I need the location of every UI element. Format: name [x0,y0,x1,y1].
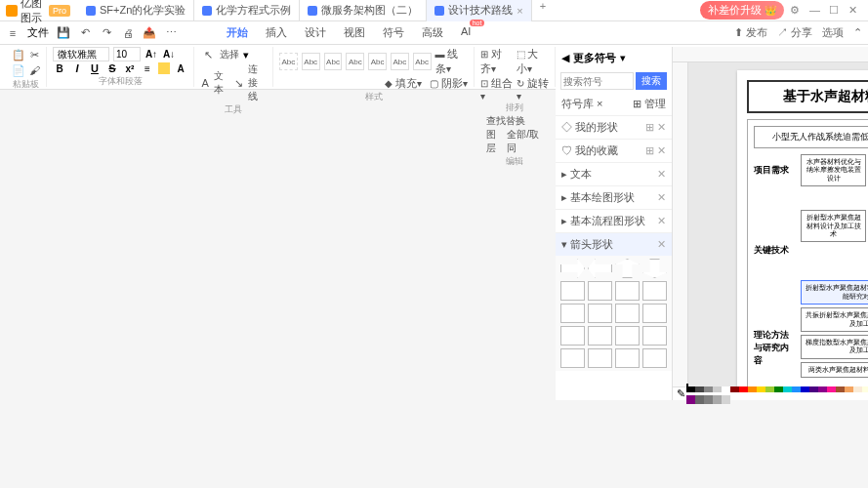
select-all-button[interactable]: 全部/取同 [507,128,543,155]
tab-2[interactable]: 微服务架构图（二） [300,0,427,21]
arrow-shape[interactable] [615,326,640,346]
upgrade-button[interactable]: 补差价升级 👑 [700,1,784,20]
eyedropper-icon[interactable]: ✎ [677,387,685,400]
style-preset-2[interactable]: Abc [324,53,343,70]
arrow-shape[interactable] [642,304,667,323]
arrow-shape[interactable] [560,281,585,301]
symbol-search-button[interactable]: 搜索 [636,72,667,90]
style-preset-4[interactable]: Abc [368,53,387,70]
arrow-shape[interactable] [588,326,612,346]
color-swatch[interactable] [713,395,722,404]
paste-icon[interactable]: 📋 [12,47,25,62]
color-swatch[interactable] [695,395,704,404]
arrow-shape[interactable] [642,326,667,346]
symbol-search-input[interactable] [560,72,634,90]
menu-insert[interactable]: 插入 [266,25,287,40]
strike-button[interactable]: S [105,61,119,75]
diagram-page[interactable]: 基于水声超材料的纳米摩擦发电水听器设计 小型无人作战系统迫需低频、轻量化、低功耗… [737,70,868,386]
down-arrow-icon[interactable]: ⬇ [754,384,868,386]
menu-icon[interactable]: ≡ [6,26,20,40]
arrow-shape[interactable] [642,281,667,301]
arrow-shape[interactable] [615,348,640,368]
undo-icon[interactable]: ↶ [78,26,92,40]
file-menu[interactable]: 文件 [27,25,49,40]
size-menu[interactable]: ⬚ 大小▾ [517,47,549,76]
col1-head[interactable]: 折射型水声聚焦超材料结构设计及性能研究对比 [801,280,868,305]
style-preset-3[interactable]: Abc [346,53,364,70]
color-swatch[interactable] [686,395,695,404]
style-preset-1[interactable]: Abc [302,53,320,70]
more-icon[interactable]: ⋯ [164,26,178,40]
down-arrow-icon[interactable]: ⬇ [754,192,868,208]
close-icon[interactable]: ✕ [848,4,862,18]
arrow-shape[interactable] [588,348,612,368]
tab-0[interactable]: SF+Zn的化学实验 [78,0,194,21]
font-family-select[interactable] [53,47,109,61]
arrow-shape[interactable] [560,304,585,323]
manage-button[interactable]: ⊞ 管理 [633,97,666,111]
style-preset-5[interactable]: Abc [391,53,409,70]
cat-flowchart[interactable]: ▸ 基本流程图形状 [561,214,645,228]
arrow-shape[interactable] [588,281,612,301]
menu-symbol[interactable]: 符号 [383,25,404,40]
group-menu[interactable]: ⊡ 组合▾ [480,76,513,102]
select-tool-icon[interactable]: ↖ [200,47,216,62]
label-req[interactable]: 项目需求 [754,164,797,177]
cat-basic-draw[interactable]: ▸ 基本绘图形状 [561,190,635,205]
cat-myshapes[interactable]: ◇ 我的形状 [561,120,618,135]
highlight-icon[interactable] [158,62,170,74]
menu-advanced[interactable]: 高级 [422,25,443,40]
font-size-select[interactable] [113,47,141,61]
arrow-shape[interactable] [560,348,585,368]
style-preset-0[interactable]: Abc [279,53,298,70]
rotate-menu[interactable]: ↻ 旋转▾ [517,76,549,102]
layer-button[interactable]: 图层 [486,128,503,155]
arrow-shape[interactable] [642,348,667,368]
bullet-icon[interactable]: ≡ [141,61,154,75]
settings-icon[interactable]: ⚙ [790,4,804,18]
arrow-shape[interactable] [615,304,640,323]
color-swatch[interactable] [722,395,730,404]
key-box[interactable]: 折射型水声聚焦超材料设计及加工技术 [801,210,866,242]
publish-button[interactable]: ⬆ 发布 [734,25,767,40]
diagram-subtitle[interactable]: 小型无人作战系统迫需低频、轻量化、低功耗、宽频带、高灵敏的拖曳阵 [754,126,868,148]
add-tab-button[interactable]: + [532,0,554,21]
italic-button[interactable]: I [70,61,84,75]
arrow-shape[interactable] [642,259,667,278]
shadow-menu[interactable]: ▢ 阴影▾ [430,76,468,91]
menu-design[interactable]: 设计 [305,25,326,40]
collapse-ribbon-icon[interactable]: ⌃ [853,26,862,39]
diagram-title[interactable]: 基于水声超材料的纳米摩擦发电水听器设计 [747,80,868,113]
arrow-shape[interactable] [560,259,585,278]
col1-item[interactable]: 两类水声聚焦超材料性能研制对比 [801,362,868,378]
col1-item[interactable]: 共振折射型水声聚焦超材料结构设计及加工 [801,307,868,332]
menu-start[interactable]: 开始 [227,25,248,40]
canvas[interactable]: 基于水声超材料的纳米摩擦发电水听器设计 小型无人作战系统迫需低频、轻量化、低功耗… [688,62,868,386]
superscript-button[interactable]: x² [123,61,137,75]
minimize-icon[interactable]: — [809,4,823,18]
menu-ai[interactable]: AIhot [461,25,471,40]
down-arrow-icon[interactable]: ⬇ [754,263,868,278]
export-icon[interactable]: 📤 [143,26,156,40]
label-tech[interactable]: 关键技术 [754,244,797,257]
fill-menu[interactable]: ◆ 填充▾ [385,76,422,91]
increase-font-icon[interactable]: A↑ [145,48,158,61]
connector-tool-icon[interactable]: ↘ [234,75,244,91]
redo-icon[interactable]: ↷ [100,26,113,40]
arrow-shape[interactable] [588,259,612,278]
arrow-shape[interactable] [615,281,640,301]
cat-arrows[interactable]: ▾ 箭头形状 [561,237,613,252]
arrow-shape[interactable] [560,326,585,346]
bold-button[interactable]: B [53,61,66,75]
label-theory[interactable]: 理论方法与研究内容 [754,329,797,367]
find-replace-button[interactable]: 查找替换 [486,114,525,128]
align-menu[interactable]: ⊞ 对齐▾ [480,47,513,76]
decrease-font-icon[interactable]: A↓ [162,48,176,61]
arrow-shape[interactable] [588,304,612,323]
tab-3[interactable]: 设计技术路线× [427,0,531,21]
options-button[interactable]: 选项 [822,25,844,40]
share-button[interactable]: ↗ 分享 [777,25,812,40]
text-tool-icon[interactable]: A [200,75,210,91]
style-preset-6[interactable]: Abc [413,53,432,70]
print-icon[interactable]: 🖨 [121,26,135,40]
